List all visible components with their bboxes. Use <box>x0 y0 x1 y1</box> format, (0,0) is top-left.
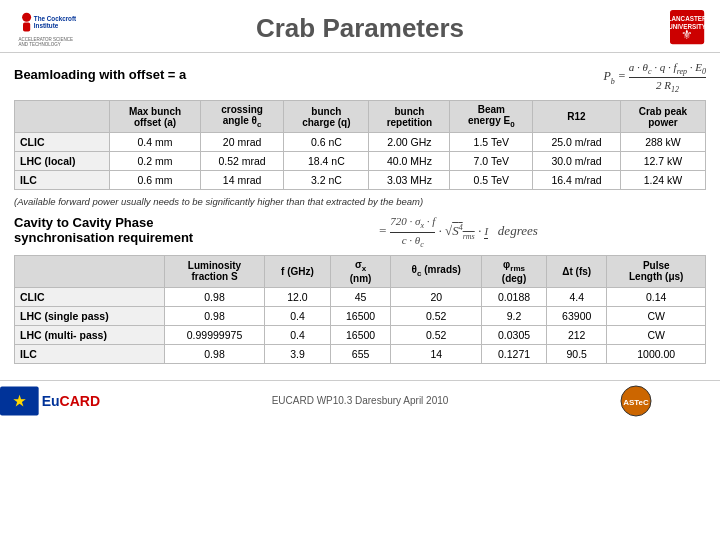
eucard-logo: ★ EuCARD <box>0 386 100 416</box>
col-header-name <box>15 101 110 133</box>
cockcroft-logo: The Cockcroft Institute ACCELERATOR SCIE… <box>14 8 104 48</box>
cell-energy: 0.5 TeV <box>450 171 533 190</box>
cell-energy: 7.0 TeV <box>450 152 533 171</box>
footer-text: EUCARD WP10.3 Daresbury April 2010 <box>100 395 620 406</box>
svg-text:★: ★ <box>13 394 26 409</box>
table-row: CLIC 0.98 12.0 45 20 0.0188 4.4 0.14 <box>15 287 706 306</box>
svg-text:LANCASTER: LANCASTER <box>668 15 706 22</box>
cell-phi: 9.2 <box>482 306 547 325</box>
col-header-theta: crossingangle θc <box>200 101 284 133</box>
svg-rect-1 <box>23 23 30 32</box>
col2-header-lum: Luminosityfraction S <box>164 255 264 287</box>
cell-rep: 40.0 MHz <box>369 152 450 171</box>
cavity-section: Cavity to Cavity Phase synchronisation r… <box>14 215 706 248</box>
cell-pulse: CW <box>607 325 706 344</box>
cell-theta: 0.52 <box>391 325 482 344</box>
table-row: ILC 0.6 mm 14 mrad 3.2 nC 3.03 MHz 0.5 T… <box>15 171 706 190</box>
row-name: ILC <box>15 344 165 363</box>
astec-icon: ASTeC <box>620 385 652 417</box>
col-header-power: Crab peakpower <box>620 101 705 133</box>
svg-point-0 <box>22 13 31 22</box>
cell-power: 1.24 kW <box>620 171 705 190</box>
cell-q: 18.4 nC <box>284 152 369 171</box>
cell-sx: 16500 <box>330 306 390 325</box>
cell-r12: 25.0 m/rad <box>533 133 621 152</box>
cell-r12: 30.0 m/rad <box>533 152 621 171</box>
col-header-r12: R12 <box>533 101 621 133</box>
col2-header-name <box>15 255 165 287</box>
astec-logo-area: ASTeC <box>620 385 720 417</box>
cell-phi: 0.1271 <box>482 344 547 363</box>
cell-sx: 655 <box>330 344 390 363</box>
cell-rep: 2.00 GHz <box>369 133 450 152</box>
cell-f: 3.9 <box>265 344 331 363</box>
cell-sx: 45 <box>330 287 390 306</box>
svg-text:ASTeC: ASTeC <box>623 398 649 407</box>
cell-f: 0.4 <box>265 325 331 344</box>
logo-left: The Cockcroft Institute ACCELERATOR SCIE… <box>14 8 144 48</box>
lancaster-logo: LANCASTER UNIVERSITY ⚜ <box>616 8 706 48</box>
col2-header-phi: φrms(deg) <box>482 255 547 287</box>
table-row: CLIC 0.4 mm 20 mrad 0.6 nC 2.00 GHz 1.5 … <box>15 133 706 152</box>
cell-theta: 14 mrad <box>200 171 284 190</box>
cavity-formula: = 720 · σx · f c · θc · √S4rms · I degre… <box>210 215 706 248</box>
note-text: (Available forward power usually needs t… <box>14 196 706 207</box>
col-header-q: bunchcharge (q) <box>284 101 369 133</box>
col2-header-f: f (GHz) <box>265 255 331 287</box>
cell-power: 12.7 kW <box>620 152 705 171</box>
cell-pulse: 0.14 <box>607 287 706 306</box>
cell-theta: 20 mrad <box>200 133 284 152</box>
cell-lum: 0.98 <box>164 306 264 325</box>
cell-theta: 14 <box>391 344 482 363</box>
cell-pulse: CW <box>607 306 706 325</box>
table-row: LHC (local) 0.2 mm 0.52 mrad 18.4 nC 40.… <box>15 152 706 171</box>
page-header: The Cockcroft Institute ACCELERATOR SCIE… <box>0 0 720 53</box>
svg-text:AND TECHNOLOGY: AND TECHNOLOGY <box>19 42 61 47</box>
svg-text:Institute: Institute <box>34 22 59 29</box>
row-name: LHC (single pass) <box>15 306 165 325</box>
cell-lum: 0.98 <box>164 344 264 363</box>
table-row: LHC (multi- pass) 0.99999975 0.4 16500 0… <box>15 325 706 344</box>
table-row: ILC 0.98 3.9 655 14 0.1271 90.5 1000.00 <box>15 344 706 363</box>
row-name: ILC <box>15 171 110 190</box>
col2-header-dt: Δt (fs) <box>546 255 606 287</box>
cell-lum: 0.98 <box>164 287 264 306</box>
row-name: CLIC <box>15 287 165 306</box>
cell-dt: 4.4 <box>546 287 606 306</box>
cell-sx: 16500 <box>330 325 390 344</box>
cell-dt: 63900 <box>546 306 606 325</box>
svg-text:⚜: ⚜ <box>681 28 693 42</box>
beamloading-table: Max bunchoffset (a) crossingangle θc bun… <box>14 100 706 190</box>
row-name: CLIC <box>15 133 110 152</box>
cavity-table: Luminosityfraction S f (GHz) σx(nm) θc (… <box>14 255 706 364</box>
pb-formula: Pb = a · θc · q · frep · E0 2 R12 <box>603 61 706 94</box>
page-title: Crab Parameters <box>144 13 576 44</box>
main-content: Beamloading with offset = a Pb = a · θc … <box>0 53 720 376</box>
cavity-title: Cavity to Cavity Phase synchronisation r… <box>14 215 194 245</box>
cell-energy: 1.5 TeV <box>450 133 533 152</box>
col2-header-pulse: PulseLength (μs) <box>607 255 706 287</box>
svg-text:The Cockcroft: The Cockcroft <box>34 15 77 22</box>
eu-stars-icon: ★ <box>0 386 39 416</box>
col-header-a: Max bunchoffset (a) <box>110 101 201 133</box>
row-name: LHC (multi- pass) <box>15 325 165 344</box>
cell-a: 0.4 mm <box>110 133 201 152</box>
cell-lum: 0.99999975 <box>164 325 264 344</box>
cell-pulse: 1000.00 <box>607 344 706 363</box>
svg-text:ACCELERATOR SCIENCE: ACCELERATOR SCIENCE <box>19 37 74 42</box>
logo-right: LANCASTER UNIVERSITY ⚜ <box>576 8 706 48</box>
cell-power: 288 kW <box>620 133 705 152</box>
cell-theta: 20 <box>391 287 482 306</box>
cell-phi: 0.0305 <box>482 325 547 344</box>
page-footer: ★ EuCARD EUCARD WP10.3 Daresbury April 2… <box>0 380 720 417</box>
cell-theta: 0.52 <box>391 306 482 325</box>
cell-theta: 0.52 mrad <box>200 152 284 171</box>
cell-dt: 90.5 <box>546 344 606 363</box>
col2-header-sx: σx(nm) <box>330 255 390 287</box>
cell-q: 0.6 nC <box>284 133 369 152</box>
col-header-rep: bunchrepetition <box>369 101 450 133</box>
cell-r12: 16.4 m/rad <box>533 171 621 190</box>
col2-header-theta: θc (mrads) <box>391 255 482 287</box>
row-name: LHC (local) <box>15 152 110 171</box>
cell-phi: 0.0188 <box>482 287 547 306</box>
